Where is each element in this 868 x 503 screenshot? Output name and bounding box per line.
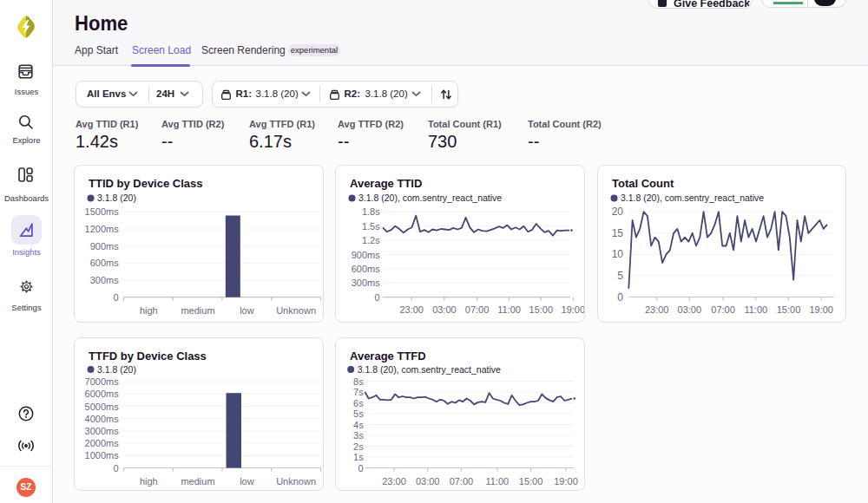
svg-text:6s: 6s bbox=[353, 397, 364, 408]
svg-text:15:00: 15:00 bbox=[776, 304, 800, 315]
svg-text:4s: 4s bbox=[353, 419, 364, 429]
svg-text:15:00: 15:00 bbox=[529, 304, 554, 315]
svg-text:0: 0 bbox=[358, 462, 364, 473]
svg-text:600ms: 600ms bbox=[352, 264, 381, 274]
svg-text:high: high bbox=[140, 475, 158, 486]
svg-text:300ms: 300ms bbox=[90, 275, 120, 285]
svg-text:1.2s: 1.2s bbox=[362, 235, 380, 245]
svg-text:03:00: 03:00 bbox=[432, 304, 457, 315]
svg-text:Average TTFD: Average TTFD bbox=[350, 349, 426, 362]
svg-text:07:00: 07:00 bbox=[450, 475, 474, 486]
svg-text:low: low bbox=[240, 475, 254, 486]
svg-text:high: high bbox=[140, 305, 158, 316]
svg-text:3.1.8 (20), com.sentry_react_n: 3.1.8 (20), com.sentry_react_native bbox=[358, 193, 502, 203]
svg-text:0: 0 bbox=[375, 292, 380, 303]
svg-text:300ms: 300ms bbox=[352, 278, 381, 288]
svg-text:5000ms: 5000ms bbox=[85, 401, 120, 411]
svg-text:0: 0 bbox=[617, 291, 623, 304]
svg-text:07:00: 07:00 bbox=[465, 304, 490, 315]
svg-text:23:00: 23:00 bbox=[645, 304, 669, 315]
svg-text:900ms: 900ms bbox=[352, 250, 381, 260]
svg-text:Average TTID: Average TTID bbox=[350, 177, 422, 190]
svg-text:23:00: 23:00 bbox=[383, 475, 407, 486]
svg-text:19:00: 19:00 bbox=[562, 304, 585, 315]
svg-text:11:00: 11:00 bbox=[744, 304, 767, 315]
svg-text:7000ms: 7000ms bbox=[85, 376, 120, 387]
svg-text:Unknown: Unknown bbox=[276, 475, 316, 486]
svg-text:6000ms: 6000ms bbox=[85, 389, 120, 399]
svg-text:1500ms: 1500ms bbox=[85, 206, 120, 217]
svg-text:11:00: 11:00 bbox=[498, 304, 522, 315]
svg-text:3.1.8 (20): 3.1.8 (20) bbox=[97, 193, 136, 203]
svg-text:15: 15 bbox=[611, 227, 623, 239]
svg-text:0: 0 bbox=[114, 462, 119, 473]
svg-text:Unknown: Unknown bbox=[276, 305, 316, 316]
svg-text:19:00: 19:00 bbox=[809, 304, 833, 315]
svg-text:1.8s: 1.8s bbox=[362, 206, 380, 217]
svg-text:TTID by Device Class: TTID by Device Class bbox=[89, 177, 203, 190]
svg-text:600ms: 600ms bbox=[90, 258, 120, 268]
svg-text:23:00: 23:00 bbox=[400, 304, 424, 315]
svg-text:15:00: 15:00 bbox=[519, 475, 543, 486]
svg-text:4000ms: 4000ms bbox=[85, 413, 120, 423]
svg-text:7s: 7s bbox=[353, 387, 364, 397]
svg-text:900ms: 900ms bbox=[90, 241, 120, 252]
svg-text:03:00: 03:00 bbox=[677, 304, 701, 315]
svg-text:medium: medium bbox=[181, 305, 214, 316]
svg-text:3000ms: 3000ms bbox=[85, 425, 120, 435]
svg-text:2000ms: 2000ms bbox=[85, 438, 120, 448]
svg-text:1000ms: 1000ms bbox=[85, 450, 120, 461]
svg-text:07:00: 07:00 bbox=[711, 304, 735, 315]
svg-text:low: low bbox=[240, 305, 254, 316]
svg-text:1.5s: 1.5s bbox=[362, 221, 380, 232]
svg-text:20: 20 bbox=[611, 206, 623, 218]
svg-text:1200ms: 1200ms bbox=[85, 224, 120, 234]
svg-text:medium: medium bbox=[181, 475, 214, 486]
svg-text:Total Count: Total Count bbox=[612, 177, 674, 190]
svg-text:TTFD by Device Class: TTFD by Device Class bbox=[89, 349, 207, 362]
svg-text:10: 10 bbox=[611, 248, 623, 260]
svg-text:3s: 3s bbox=[353, 430, 364, 441]
svg-text:1s: 1s bbox=[353, 452, 364, 462]
svg-text:3.1.8 (20), com.sentry_react_n: 3.1.8 (20), com.sentry_react_native bbox=[358, 363, 501, 374]
svg-text:0: 0 bbox=[114, 292, 119, 303]
svg-text:3.1.8 (20): 3.1.8 (20) bbox=[97, 363, 136, 374]
svg-text:11:00: 11:00 bbox=[486, 475, 510, 486]
svg-text:5s: 5s bbox=[353, 408, 364, 419]
svg-text:2s: 2s bbox=[353, 441, 364, 451]
svg-text:19:00: 19:00 bbox=[555, 475, 579, 486]
svg-text:03:00: 03:00 bbox=[416, 475, 440, 486]
svg-text:8s: 8s bbox=[353, 376, 364, 386]
svg-text:3.1.8 (20), com.sentry_react_n: 3.1.8 (20), com.sentry_react_native bbox=[621, 193, 764, 203]
svg-text:5: 5 bbox=[617, 270, 623, 282]
